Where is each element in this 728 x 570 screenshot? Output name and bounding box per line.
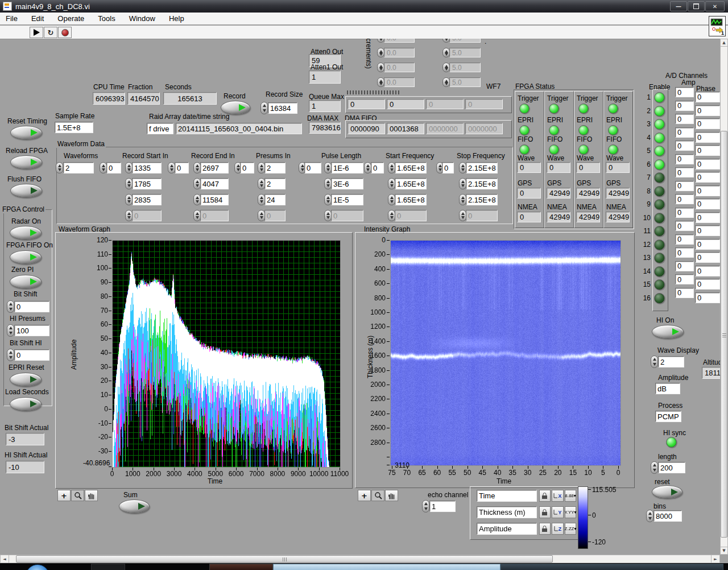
amp-input[interactable]: 0	[675, 167, 694, 177]
amp-input[interactable]: 0	[675, 261, 694, 271]
lock-icon[interactable]	[539, 523, 551, 535]
menu-edit[interactable]: Edit	[31, 14, 44, 23]
phase-input[interactable]: 0	[695, 132, 720, 143]
echo-channel-spinner[interactable]	[422, 500, 429, 513]
record-size-spinner[interactable]	[260, 102, 268, 114]
phase-input[interactable]: 0	[695, 279, 720, 290]
bit-shift-hi-input[interactable]: 0	[14, 349, 49, 361]
amp-input[interactable]: 0	[675, 154, 694, 164]
cell-input[interactable]: 1E-6	[331, 162, 363, 174]
wf7-cell[interactable]: 5.0	[449, 63, 481, 72]
menu-window[interactable]: Window	[129, 14, 155, 23]
phase-input[interactable]: 0	[695, 92, 720, 102]
phase-input[interactable]: 0	[695, 292, 720, 303]
phase-input[interactable]: 0	[695, 145, 720, 156]
axis-name-input[interactable]: Time	[477, 490, 537, 502]
cursor-tool-button[interactable]: +	[358, 490, 371, 501]
cell-input[interactable]: 2.15E+8	[466, 178, 498, 189]
reset-switch[interactable]	[652, 485, 682, 498]
increments-cell[interactable]: 0.0	[384, 63, 415, 72]
zoom-tool-button[interactable]	[371, 490, 384, 501]
array-index-input[interactable]: 0	[304, 162, 321, 174]
amp-input[interactable]: 0	[675, 221, 694, 231]
fpga-fifo-on-switch[interactable]	[10, 250, 42, 264]
flush-fifo-switch[interactable]	[10, 184, 42, 197]
menu-help[interactable]: Help	[169, 14, 184, 23]
enable-led[interactable]	[654, 146, 665, 156]
cell-input[interactable]: 1.65E+8	[395, 194, 427, 205]
cell-input[interactable]: 1785	[132, 178, 162, 189]
phase-input[interactable]: 0	[695, 172, 720, 183]
length-input[interactable]: 200	[658, 462, 685, 473]
sum-switch[interactable]	[119, 499, 150, 513]
abort-button[interactable]	[58, 27, 72, 38]
enable-led[interactable]	[654, 133, 665, 143]
amp-input[interactable]: 0	[675, 274, 694, 284]
wf7-cell[interactable]: 5.0	[449, 39, 481, 43]
scroll-left-button[interactable]: ◄	[0, 555, 9, 563]
horizontal-scroll-thumb[interactable]	[16, 555, 553, 563]
amp-input[interactable]: 0	[675, 234, 694, 245]
enable-led[interactable]	[654, 239, 665, 250]
amp-input[interactable]: 0	[675, 127, 694, 138]
phase-input[interactable]: 0	[695, 266, 720, 276]
cell-input[interactable]: 2.15E+8	[466, 194, 498, 205]
taskbar-button[interactable]	[91, 564, 125, 570]
amp-input[interactable]: 0	[675, 141, 694, 151]
zero-pi-switch[interactable]	[10, 275, 42, 288]
start-orb[interactable]	[26, 564, 49, 570]
amp-input[interactable]: 0	[675, 194, 694, 204]
enable-led[interactable]	[654, 266, 665, 277]
phase-input[interactable]: 0	[695, 118, 720, 129]
wf7-cell[interactable]: 5.0	[449, 48, 481, 57]
phase-input[interactable]: 0	[695, 225, 720, 236]
hi-presums-spinner[interactable]	[7, 324, 14, 337]
intensity-plot[interactable]	[390, 240, 621, 466]
cell-input[interactable]: 24	[264, 194, 286, 205]
taskbar-button[interactable]	[209, 564, 273, 570]
increments-cell[interactable]: 0.0	[384, 77, 415, 87]
vertical-scroll-thumb[interactable]	[721, 131, 727, 538]
phase-input[interactable]: 0	[695, 239, 720, 250]
title-bar[interactable]: main4v9_8_ch_DC8.vi — ✕	[0, 0, 728, 13]
array-index-input[interactable]: 0	[240, 162, 254, 174]
record-size-input[interactable]: 16384	[268, 102, 297, 114]
phase-input[interactable]: 0	[695, 252, 720, 263]
phase-input[interactable]: 0	[695, 212, 720, 223]
raid-file-input[interactable]: 20141115_165603_00_0404.bin	[176, 123, 302, 134]
amp-input[interactable]: 0	[675, 114, 694, 124]
scroll-right-button[interactable]: ►	[711, 555, 720, 563]
enable-led[interactable]	[654, 119, 665, 130]
amp-input[interactable]: 0	[675, 208, 694, 218]
scroll-up-button[interactable]: ▲	[720, 39, 728, 47]
wf7-cell-spinner[interactable]	[442, 48, 450, 57]
taskbar-button[interactable]	[500, 564, 723, 570]
windows-taskbar[interactable]	[0, 563, 728, 570]
increments-cell[interactable]: 0.0	[384, 48, 415, 57]
enable-led[interactable]	[654, 199, 665, 210]
axis-scale-button[interactable]: X	[552, 490, 564, 502]
enable-led[interactable]	[654, 172, 665, 183]
reset-timing-switch[interactable]	[10, 126, 42, 139]
increments-cell[interactable]: 0.0	[384, 39, 415, 43]
cell-input[interactable]: 1.65E+8	[395, 178, 427, 189]
bins-spinner[interactable]	[646, 510, 653, 522]
bit-shift-spinner[interactable]	[7, 300, 14, 313]
hi-presums-input[interactable]: 100	[14, 325, 49, 336]
menu-operate[interactable]: Operate	[57, 14, 84, 23]
enable-led[interactable]	[654, 226, 665, 237]
amp-input[interactable]: 0	[675, 288, 694, 298]
amp-input[interactable]: 0	[675, 181, 694, 191]
phase-input[interactable]: 0	[695, 105, 720, 116]
cursor-tool-button[interactable]: +	[57, 490, 71, 501]
pan-tool-button[interactable]	[85, 490, 98, 501]
cell-input[interactable]: 0	[264, 210, 286, 221]
array-index-input[interactable]: 0	[371, 162, 384, 174]
amp-input[interactable]: 0	[675, 101, 694, 111]
cell-input[interactable]: 0	[132, 210, 162, 221]
cell-input[interactable]: 0	[200, 210, 229, 221]
enable-led[interactable]	[654, 159, 665, 170]
pan-tool-button[interactable]	[385, 490, 398, 501]
wf7-cell-spinner[interactable]	[442, 63, 450, 72]
zoom-tool-button[interactable]	[71, 490, 84, 501]
